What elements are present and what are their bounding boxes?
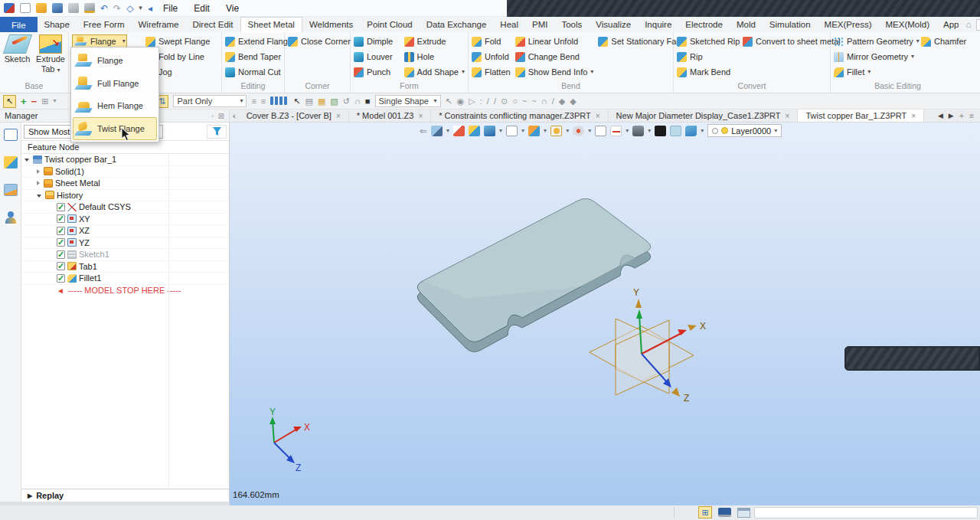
line-tool-icon[interactable]: /: [494, 97, 496, 106]
tab-simulation[interactable]: Simulation: [763, 17, 818, 32]
dimple-button[interactable]: Dimple: [354, 34, 400, 48]
window-mode-icon[interactable]: [737, 508, 750, 518]
tree-row-solid[interactable]: Solid(1): [21, 166, 229, 178]
show-bend-info-button[interactable]: Show Bend Info ▾: [515, 65, 594, 79]
tree-row-tab1[interactable]: Tab1: [21, 261, 229, 273]
collapse-icon[interactable]: ◂: [148, 4, 152, 13]
visibility-checkbox[interactable]: [57, 250, 65, 259]
filter-funnel-button[interactable]: [207, 125, 227, 139]
folder-icon[interactable]: ▧: [330, 97, 338, 106]
visibility-checkbox[interactable]: [57, 274, 65, 283]
tab-inquire[interactable]: Inquire: [638, 17, 678, 32]
tree-row-history[interactable]: History: [21, 190, 229, 202]
tab-weldments[interactable]: Weldments: [302, 17, 360, 32]
doc-tab-model-001[interactable]: * Model 001.Z3×: [349, 110, 431, 122]
expander-open-icon[interactable]: [24, 159, 29, 162]
tree-row-fillet1[interactable]: Fillet1: [21, 273, 229, 285]
doc-tab-new-major[interactable]: New Major Diameter Display_Case1.Z3PRT×: [609, 110, 799, 122]
tab-free-form[interactable]: Free Form: [77, 17, 132, 32]
visibility-checkbox[interactable]: [57, 238, 65, 247]
shape-browser-icon[interactable]: [4, 156, 18, 168]
part-only-dropdown[interactable]: Part Only▾: [173, 95, 247, 107]
flatten-button[interactable]: Flatten: [472, 65, 511, 79]
menu-view[interactable]: Vie: [220, 3, 244, 14]
export-icon[interactable]: [84, 3, 95, 13]
chevron-down-icon[interactable]: ▾: [499, 127, 502, 134]
replay-bar[interactable]: ▶ Replay: [21, 489, 229, 502]
tree-row-root[interactable]: Twist copper Bar_1: [21, 154, 229, 166]
tree-row-sheet-metal[interactable]: Sheet Metal: [21, 178, 229, 190]
hole-button[interactable]: Hole: [404, 50, 465, 64]
tree-row-model-stop[interactable]: ◄ ----- MODEL STOP HERE -----: [21, 285, 229, 297]
table-icon[interactable]: ▤: [305, 97, 313, 106]
chevron-down-icon[interactable]: ▾: [53, 98, 56, 104]
line-tool-icon[interactable]: /: [487, 97, 489, 106]
rotate-view-icon[interactable]: [573, 126, 584, 136]
unfold-button[interactable]: Unfold: [472, 50, 511, 64]
fillet-button[interactable]: Fillet ▾: [834, 65, 916, 79]
tab-visualize[interactable]: Visualize: [589, 17, 638, 32]
expander-closed-icon[interactable]: [37, 169, 40, 174]
user-panel-icon[interactable]: [4, 211, 18, 224]
chevron-down-icon[interactable]: ▾: [588, 127, 591, 134]
sketch-button[interactable]: Sketch: [3, 34, 31, 80]
doc-tab-twist-copper-bar[interactable]: Twist copper Bar_1.Z3PRT×: [798, 110, 924, 122]
shape-tool-icon[interactable]: ◆: [570, 97, 576, 106]
tab-mex-press[interactable]: MEX(Press): [818, 17, 879, 32]
black-swatch-icon[interactable]: ■: [365, 97, 371, 106]
visibility-checkbox[interactable]: [57, 214, 65, 223]
linear-unfold-button[interactable]: Linear Unfold: [515, 34, 594, 48]
close-icon[interactable]: ×: [336, 112, 341, 120]
pattern-select-icon[interactable]: ⊞: [41, 97, 48, 106]
bend-taper-button[interactable]: Bend Taper: [225, 50, 292, 64]
flange-dropdown-button[interactable]: Flange ▾: [72, 34, 127, 47]
folder-icon[interactable]: ▦: [318, 97, 325, 106]
menu-item-full-flange[interactable]: Full Flange: [73, 72, 157, 95]
command-search[interactable]: [976, 19, 980, 31]
louver-button[interactable]: Louver: [354, 50, 400, 64]
rip-button[interactable]: Rip: [677, 50, 738, 64]
menu-item-twist-flange[interactable]: Twist Flange: [73, 117, 157, 140]
new-file-icon[interactable]: [20, 3, 31, 13]
list-settings-icon[interactable]: ≡: [261, 97, 266, 106]
play-icon[interactable]: ▷: [469, 97, 475, 106]
close-icon[interactable]: ×: [911, 112, 916, 120]
visibility-checkbox[interactable]: [57, 203, 65, 211]
color-swatch-icon[interactable]: [670, 126, 681, 136]
expander-open-icon[interactable]: [37, 195, 41, 198]
extrude-tab-button[interactable]: Extrude Tab ▾: [36, 34, 65, 80]
column-filter-icon[interactable]: [270, 96, 289, 106]
tab-direct-edit[interactable]: Direct Edit: [186, 17, 240, 32]
tab-mold[interactable]: Mold: [730, 17, 763, 32]
close-corner-button[interactable]: Close Corner: [288, 34, 351, 48]
open-file-icon[interactable]: [36, 3, 47, 13]
save-icon[interactable]: [52, 3, 63, 13]
tab-file[interactable]: File: [0, 17, 38, 32]
display-style-icon[interactable]: [431, 126, 443, 136]
chevron-down-icon[interactable]: ▾: [521, 127, 524, 134]
list-settings-icon[interactable]: ≡: [251, 97, 256, 106]
tab-heal[interactable]: Heal: [493, 17, 525, 32]
spline-icon[interactable]: ~: [531, 97, 536, 106]
dots-icon[interactable]: :: [480, 97, 482, 106]
visibility-checkbox[interactable]: [57, 262, 65, 270]
render-panel-icon[interactable]: [4, 184, 18, 196]
spline-icon[interactable]: ~: [522, 97, 527, 106]
status-input-field[interactable]: [754, 507, 978, 518]
material-icon[interactable]: [632, 126, 644, 136]
extend-flange-button[interactable]: Extend Flange: [225, 34, 292, 48]
extrude-button[interactable]: Extrude: [404, 34, 465, 48]
visibility-checkbox[interactable]: [57, 227, 65, 235]
history-icon[interactable]: ↺: [343, 97, 350, 106]
sketched-rip-button[interactable]: Sketched Rip: [677, 34, 738, 48]
chevron-down-icon[interactable]: ▾: [566, 127, 569, 134]
close-icon[interactable]: ×: [786, 112, 790, 120]
print-icon[interactable]: [68, 3, 79, 13]
regen-caret-icon[interactable]: ▾: [139, 5, 142, 11]
select-tool-active[interactable]: ↖: [3, 95, 16, 108]
quick-edit-icon[interactable]: [528, 126, 540, 136]
model-canvas[interactable]: Y X Z Y X Z: [230, 123, 980, 505]
menu-item-hem-flange[interactable]: Hem Flange: [73, 95, 157, 118]
tab-data-exchange[interactable]: Data Exchange: [420, 17, 494, 32]
chevron-down-icon[interactable]: ▾: [648, 127, 651, 134]
